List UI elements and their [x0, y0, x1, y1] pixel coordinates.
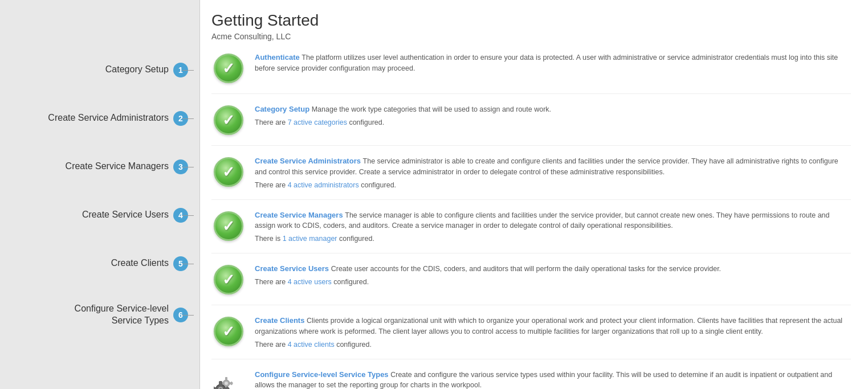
- step-icon-authenticate: [211, 52, 246, 83]
- sidebar-badge-3: 3: [173, 159, 188, 174]
- svg-rect-1: [225, 377, 227, 380]
- sidebar-item-category-setup[interactable]: Category Setup 1: [6, 46, 194, 94]
- step-title-service-types[interactable]: Configure Service-level Service Types: [255, 370, 389, 379]
- step-icon-service-users: [211, 264, 246, 294]
- step-content-service-types: Configure Service-level Service Types Cr…: [255, 370, 851, 390]
- step-authenticate: Authenticate The platform utilizes user …: [211, 52, 851, 94]
- gear-icon: [214, 371, 243, 390]
- step-service-types: Configure Service-level Service Types Cr…: [211, 370, 851, 390]
- step-content-service-managers: Create Service Managers The service mana…: [255, 210, 851, 243]
- step-status-service-users: There are 4 active users configured.: [255, 278, 851, 286]
- step-title-authenticate[interactable]: Authenticate: [255, 53, 300, 62]
- svg-point-9: [225, 382, 228, 385]
- sidebar-item-service-admins[interactable]: Create Service Administrators 2: [6, 94, 194, 142]
- step-category-setup: Category Setup Manage the work type cate…: [211, 104, 851, 146]
- sidebar-badge-6: 6: [173, 308, 188, 322]
- sidebar-item-label: Configure Service-levelService Types: [75, 303, 169, 327]
- step-status-service-managers: There is 1 active manager configured.: [255, 235, 851, 243]
- step-title-service-managers[interactable]: Create Service Managers: [255, 211, 343, 219]
- step-status-category-setup: There are 7 active categories configured…: [255, 118, 851, 126]
- company-name: Acme Consulting, LLC: [211, 32, 851, 41]
- sidebar: Category Setup 1 Create Service Administ…: [0, 0, 199, 389]
- step-content-authenticate: Authenticate The platform utilizes user …: [255, 52, 851, 74]
- step-desc-service-users: Create user accounts for the CDIS, coder…: [331, 265, 721, 273]
- step-service-admins: Create Service Administrators The servic…: [211, 156, 851, 200]
- step-content-service-admins: Create Service Administrators The servic…: [255, 156, 851, 189]
- check-icon: [214, 105, 243, 135]
- svg-rect-11: [219, 381, 222, 385]
- step-content-category-setup: Category Setup Manage the work type cate…: [255, 104, 851, 126]
- step-desc-authenticate: The platform utilizes user level authent…: [255, 54, 838, 72]
- step-service-managers: Create Service Managers The service mana…: [211, 210, 851, 254]
- step-title-category-setup[interactable]: Category Setup: [255, 105, 309, 113]
- step-service-users: Create Service Users Create user account…: [211, 264, 851, 305]
- sidebar-item-clients[interactable]: Create Clients 5: [6, 239, 194, 288]
- clients-link[interactable]: 4 active clients: [288, 341, 335, 349]
- service-users-link[interactable]: 4 active users: [288, 278, 332, 286]
- check-icon: [214, 317, 243, 346]
- sidebar-item-label: Create Clients: [111, 257, 169, 269]
- check-icon: [214, 211, 243, 241]
- step-clients: Create Clients Clients provide a logical…: [211, 316, 851, 359]
- step-content-service-users: Create Service Users Create user account…: [255, 264, 851, 286]
- step-icon-clients: [211, 316, 246, 346]
- sidebar-badge-5: 5: [173, 256, 188, 271]
- service-managers-link[interactable]: 1 active manager: [283, 235, 337, 243]
- sidebar-item-label: Category Setup: [105, 64, 169, 76]
- check-icon: [214, 265, 243, 294]
- sidebar-badge-1: 1: [173, 63, 188, 77]
- page-title: Getting Started: [211, 11, 851, 30]
- step-status-clients: There are 4 active clients configured.: [255, 341, 851, 349]
- step-status-service-admins: There are 4 active administrators config…: [255, 181, 851, 189]
- step-icon-service-admins: [211, 156, 246, 187]
- sidebar-item-service-types[interactable]: Configure Service-levelService Types 6: [6, 288, 194, 342]
- step-desc-clients: Clients provide a logical organizational…: [255, 317, 842, 335]
- main-content: Getting Started Acme Consulting, LLC Aut…: [199, 0, 868, 389]
- sidebar-item-label: Create Service Administrators: [48, 112, 169, 124]
- step-icon-service-managers: [211, 210, 246, 241]
- step-desc-category-setup: Manage the work type categories that wil…: [312, 105, 551, 113]
- category-setup-link[interactable]: 7 active categories: [288, 118, 347, 126]
- step-icon-category-setup: [211, 104, 246, 135]
- service-admins-link[interactable]: 4 active administrators: [288, 181, 359, 189]
- step-title-clients[interactable]: Create Clients: [255, 316, 304, 325]
- sidebar-badge-2: 2: [173, 111, 188, 126]
- sidebar-item-label: Create Service Managers: [66, 161, 169, 173]
- step-content-clients: Create Clients Clients provide a logical…: [255, 316, 851, 349]
- sidebar-badge-4: 4: [173, 208, 188, 223]
- step-title-service-users[interactable]: Create Service Users: [255, 264, 329, 273]
- sidebar-item-label: Create Service Users: [82, 209, 169, 221]
- sidebar-item-service-managers[interactable]: Create Service Managers 3: [6, 142, 194, 191]
- check-icon: [214, 54, 243, 83]
- step-icon-service-types: [211, 370, 246, 390]
- step-title-service-admins[interactable]: Create Service Administrators: [255, 157, 361, 165]
- check-icon: [214, 157, 243, 187]
- sidebar-item-service-users[interactable]: Create Service Users 4: [6, 191, 194, 239]
